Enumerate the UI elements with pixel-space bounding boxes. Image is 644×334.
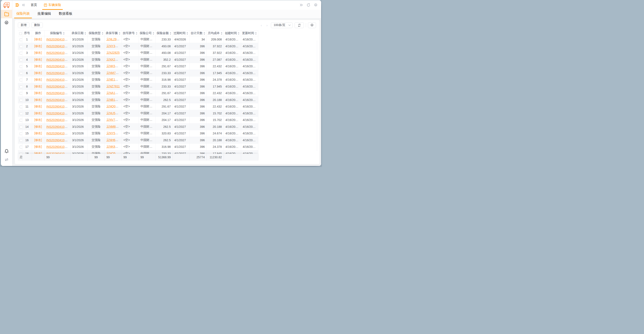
sort-icon[interactable] bbox=[102, 32, 104, 35]
vehicle-link[interactable]: 京NX2680 bbox=[106, 58, 120, 61]
sort-icon[interactable] bbox=[255, 32, 257, 35]
policy_no-link[interactable]: INS20260410004 bbox=[46, 58, 70, 61]
column-header-expire[interactable]: 过期时间 bbox=[172, 30, 189, 36]
edit-link[interactable]: [修改] bbox=[34, 112, 42, 115]
column-settings-button[interactable] bbox=[308, 22, 316, 28]
row-checkbox[interactable] bbox=[20, 86, 22, 88]
column-header-policy_no[interactable]: 保险编号 bbox=[44, 30, 70, 36]
reload-table-button[interactable] bbox=[294, 22, 304, 28]
sort-icon[interactable] bbox=[221, 32, 222, 35]
column-header-company[interactable]: 保险公司 bbox=[139, 30, 156, 36]
vehicle-link[interactable]: 京NK8885 bbox=[106, 145, 120, 148]
policy_no-link[interactable]: INS20260410003 bbox=[46, 51, 70, 54]
vehicle-link[interactable]: 京NB1895 bbox=[106, 98, 120, 102]
row-checkbox[interactable] bbox=[20, 146, 22, 148]
vehicle-link[interactable]: 京NU5991 bbox=[106, 112, 120, 115]
edit-link[interactable]: [修改] bbox=[34, 138, 42, 142]
tab-batch-edit[interactable]: 批量编辑 bbox=[35, 12, 53, 18]
policy_no-link[interactable]: INS20260410008 bbox=[46, 85, 70, 88]
edit-link[interactable]: [修改] bbox=[34, 118, 42, 122]
row-checkbox[interactable] bbox=[20, 58, 22, 61]
policy_no-link[interactable]: INS20260410018 bbox=[46, 152, 70, 154]
vehicle-link[interactable]: 京NM7692 bbox=[106, 71, 121, 74]
sort-icon[interactable] bbox=[204, 32, 205, 35]
policy_no-link[interactable]: INS20260410011 bbox=[46, 105, 70, 108]
sort-icon[interactable] bbox=[63, 32, 65, 35]
page-settings-icon[interactable] bbox=[313, 2, 318, 8]
policy_no-link[interactable]: INS20260410005 bbox=[46, 64, 70, 68]
column-header-updated[interactable]: 更新时间 bbox=[241, 30, 258, 36]
policy_no-link[interactable]: INS20260410014 bbox=[46, 125, 70, 128]
row-checkbox[interactable] bbox=[20, 119, 22, 122]
edit-link[interactable]: [修改] bbox=[34, 71, 42, 74]
policy_no-link[interactable]: INS20260410009 bbox=[46, 92, 70, 95]
row-checkbox[interactable] bbox=[20, 52, 22, 54]
sort-icon[interactable] bbox=[170, 32, 172, 35]
column-header-monthly[interactable]: 月均成本 bbox=[206, 30, 224, 36]
sort-icon[interactable] bbox=[186, 32, 188, 35]
column-header-ins_type[interactable]: 保险类型 bbox=[88, 30, 104, 36]
row-checkbox[interactable] bbox=[20, 92, 22, 95]
next-page-icon[interactable]: › bbox=[265, 24, 269, 27]
vehicle-link[interactable]: 京NZ7811 bbox=[106, 84, 120, 88]
edit-link[interactable]: [修改] bbox=[34, 125, 42, 128]
edit-link[interactable]: [修改] bbox=[34, 58, 42, 61]
vehicle-link[interactable]: 京NJ2825 bbox=[106, 51, 120, 54]
sort-icon[interactable] bbox=[152, 32, 154, 35]
edit-link[interactable]: [修改] bbox=[34, 91, 42, 94]
vehicle-link[interactable]: 京NA1927 bbox=[106, 91, 120, 94]
tabs-scroll-left-icon[interactable] bbox=[21, 2, 26, 8]
add-button[interactable]: 新增 bbox=[18, 22, 30, 28]
edit-link[interactable]: [修改] bbox=[34, 51, 42, 54]
policy_no-link[interactable]: INS20260410015 bbox=[46, 132, 70, 135]
row-checkbox[interactable] bbox=[20, 139, 22, 142]
vehicle-link[interactable]: 京NE1759 bbox=[106, 78, 120, 81]
sort-icon[interactable] bbox=[136, 32, 138, 35]
row-checkbox[interactable] bbox=[20, 38, 22, 41]
edit-link[interactable]: [修改] bbox=[34, 44, 42, 48]
prev-page-icon[interactable]: ‹ bbox=[260, 24, 263, 27]
row-checkbox[interactable] bbox=[20, 65, 22, 68]
sidebar-item-switch-env[interactable] bbox=[1, 155, 12, 164]
edit-link[interactable]: [修改] bbox=[34, 152, 42, 154]
policy_no-link[interactable]: INS20260410001 bbox=[46, 38, 70, 41]
policy_no-link[interactable]: INS20260410006 bbox=[46, 71, 70, 75]
edit-link[interactable]: [修改] bbox=[34, 104, 42, 108]
row-checkbox[interactable] bbox=[20, 106, 22, 108]
column-header-created[interactable]: 创建时间 bbox=[224, 30, 241, 36]
edit-link[interactable]: [修改] bbox=[34, 84, 42, 88]
column-header-days[interactable]: 合计天数 bbox=[189, 30, 206, 36]
collapse-menu-icon[interactable] bbox=[15, 2, 20, 8]
delete-button[interactable]: 删除 bbox=[31, 22, 43, 28]
sort-icon[interactable] bbox=[118, 32, 120, 35]
edit-link[interactable]: [修改] bbox=[34, 64, 42, 68]
tab-data-dashboard[interactable]: 数据看板 bbox=[57, 12, 74, 18]
policy_no-link[interactable]: INS20260410016 bbox=[46, 138, 70, 142]
column-header-amount[interactable]: 保险金额 bbox=[156, 30, 172, 36]
row-checkbox[interactable] bbox=[20, 132, 22, 135]
row-checkbox[interactable] bbox=[20, 45, 22, 48]
sidebar-item-files[interactable] bbox=[1, 10, 12, 18]
edit-link[interactable]: [修改] bbox=[34, 98, 42, 102]
vehicle-link[interactable]: 京NV7707 bbox=[106, 118, 120, 122]
vehicle-link[interactable]: 京NQ5910 bbox=[106, 152, 120, 154]
refresh-page-icon[interactable] bbox=[306, 2, 311, 8]
sidebar-item-notifications[interactable] bbox=[1, 147, 12, 155]
table-scroll-area[interactable]: 序号操作保险编号承保日期保险类型承保车辆挂车牌号保险公司保险金额过期时间合计天数… bbox=[18, 30, 258, 154]
column-header-vehicle[interactable]: 承保车辆 bbox=[104, 30, 122, 36]
column-header-trailer[interactable]: 挂车牌号 bbox=[122, 30, 139, 36]
edit-link[interactable]: [修改] bbox=[34, 78, 42, 81]
page-size-select[interactable]: 100条/页 bbox=[271, 22, 292, 28]
row-checkbox[interactable] bbox=[20, 112, 22, 115]
tabs-scroll-right-icon[interactable] bbox=[298, 2, 304, 8]
sidebar-item-settings[interactable] bbox=[1, 18, 12, 27]
vehicle-link[interactable]: 京NK5837 bbox=[106, 64, 120, 68]
vehicle-link[interactable]: 京NH6065 bbox=[106, 138, 120, 142]
row-checkbox[interactable] bbox=[20, 72, 22, 75]
policy_no-link[interactable]: INS20260410013 bbox=[46, 118, 70, 122]
vehicle-link[interactable]: 京NY5386 bbox=[106, 132, 120, 135]
edit-link[interactable]: [修改] bbox=[34, 145, 42, 148]
vehicle-link[interactable]: 京NM8581 bbox=[106, 125, 121, 128]
policy_no-link[interactable]: INS20260410017 bbox=[46, 145, 70, 148]
vehicle-link[interactable]: 京NL2955 bbox=[106, 38, 120, 41]
